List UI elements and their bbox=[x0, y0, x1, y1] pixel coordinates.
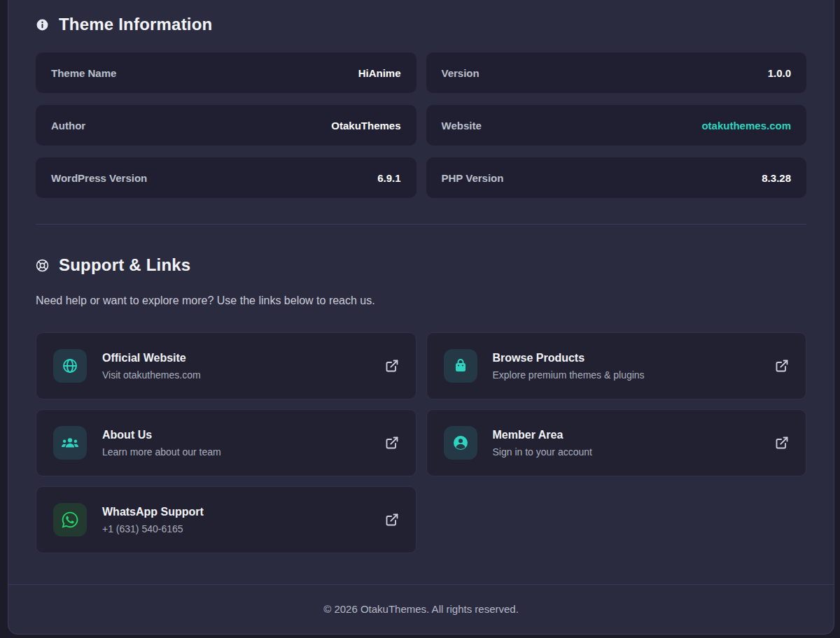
info-label: Theme Name bbox=[51, 67, 116, 79]
support-links-grid: Official Website Visit otakuthemes.com bbox=[36, 332, 806, 553]
info-row-wordpress-version: WordPress Version 6.9.1 bbox=[36, 157, 416, 198]
info-row-author: Author OtakuThemes bbox=[36, 105, 416, 146]
info-value: 1.0.0 bbox=[768, 67, 791, 79]
support-description: Need help or want to explore more? Use t… bbox=[36, 295, 806, 307]
external-link-icon bbox=[385, 436, 399, 450]
link-subtitle: Visit otakuthemes.com bbox=[102, 369, 201, 381]
info-value: HiAnime bbox=[358, 67, 401, 79]
link-card-official-website[interactable]: Official Website Visit otakuthemes.com bbox=[36, 332, 416, 399]
link-text: About Us Learn more about our team bbox=[102, 429, 221, 458]
info-label: Version bbox=[442, 67, 479, 79]
info-row-theme-name: Theme Name HiAnime bbox=[36, 52, 416, 93]
support-links-header: Support & Links bbox=[36, 254, 806, 276]
life-buoy-icon bbox=[36, 259, 49, 272]
theme-information-header: Theme Information bbox=[36, 13, 806, 36]
link-subtitle: Sign in to your account bbox=[493, 446, 592, 458]
external-link-icon bbox=[775, 436, 789, 450]
support-links-title: Support & Links bbox=[59, 255, 190, 275]
link-title: WhatsApp Support bbox=[102, 506, 204, 518]
link-title: Browse Products bbox=[493, 352, 645, 364]
info-value: 6.9.1 bbox=[377, 172, 400, 184]
link-card-whatsapp-support[interactable]: WhatsApp Support +1 (631) 540-6165 bbox=[36, 486, 416, 553]
info-label: PHP Version bbox=[442, 172, 504, 184]
link-card-member-area[interactable]: Member Area Sign in to your account bbox=[426, 409, 807, 476]
user-circle-icon bbox=[444, 426, 477, 460]
link-subtitle: +1 (631) 540-6165 bbox=[102, 523, 204, 534]
globe-icon bbox=[53, 349, 87, 383]
info-circle-icon bbox=[36, 18, 49, 31]
link-subtitle: Learn more about our team bbox=[102, 446, 221, 458]
users-icon bbox=[53, 426, 87, 460]
theme-admin-panel: Theme Information Theme Name HiAnime Ver… bbox=[8, 0, 834, 635]
whatsapp-icon bbox=[53, 503, 87, 537]
link-text: WhatsApp Support +1 (631) 540-6165 bbox=[102, 506, 204, 534]
theme-information-title: Theme Information bbox=[59, 15, 212, 34]
info-value: OtakuThemes bbox=[331, 120, 400, 132]
external-link-icon bbox=[385, 513, 399, 527]
external-link-icon bbox=[775, 359, 789, 373]
link-card-browse-products[interactable]: Browse Products Explore premium themes &… bbox=[426, 332, 807, 399]
link-title: Official Website bbox=[102, 352, 201, 364]
info-row-version: Version 1.0.0 bbox=[426, 52, 807, 93]
info-value: 8.3.28 bbox=[762, 172, 791, 184]
footer-copyright: © 2026 OtakuThemes. All rights reserved. bbox=[8, 584, 834, 635]
website-link[interactable]: otakuthemes.com bbox=[701, 120, 791, 132]
theme-info-grid: Theme Name HiAnime Version 1.0.0 Author … bbox=[36, 52, 806, 198]
link-text: Browse Products Explore premium themes &… bbox=[493, 352, 645, 381]
info-label: WordPress Version bbox=[51, 172, 147, 184]
shopping-bag-icon bbox=[444, 349, 477, 383]
link-card-about-us[interactable]: About Us Learn more about our team bbox=[36, 409, 416, 476]
link-title: About Us bbox=[102, 429, 221, 441]
info-row-website: Website otakuthemes.com bbox=[426, 105, 807, 146]
section-divider bbox=[36, 224, 806, 225]
link-text: Member Area Sign in to your account bbox=[493, 429, 592, 458]
link-text: Official Website Visit otakuthemes.com bbox=[102, 352, 201, 381]
link-subtitle: Explore premium themes & plugins bbox=[493, 369, 645, 381]
external-link-icon bbox=[385, 359, 399, 373]
link-title: Member Area bbox=[493, 429, 592, 441]
info-label: Author bbox=[51, 120, 85, 132]
info-label: Website bbox=[442, 120, 482, 132]
info-row-php-version: PHP Version 8.3.28 bbox=[426, 157, 807, 198]
